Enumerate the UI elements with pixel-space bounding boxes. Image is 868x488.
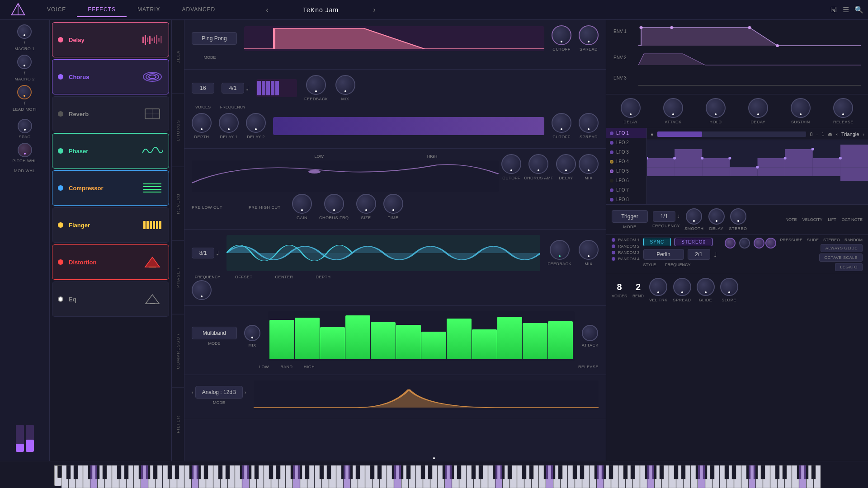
slope-ctrl-knob[interactable] <box>720 278 738 296</box>
lfo-4-item[interactable]: LFO 4 <box>606 157 646 166</box>
velocity-fader-2[interactable] <box>26 425 34 452</box>
lfo-prev-wave[interactable]: ‹ <box>836 131 838 137</box>
lfo-3-item[interactable]: LFO 3 <box>606 147 646 157</box>
lfo-wave-icon[interactable]: ⏏ <box>828 131 832 137</box>
octave-scale-btn[interactable]: OCTAVE SCALE <box>819 253 863 262</box>
random-1-item[interactable]: RANDOM 1 <box>612 238 640 242</box>
lfo-2-item[interactable]: LFO 2 <box>606 138 646 147</box>
random-2-item[interactable]: RANDOM 2 <box>612 244 640 249</box>
chorus-delay2-knob[interactable] <box>246 113 266 133</box>
effect-icon-eq <box>142 291 163 307</box>
effect-item-delay[interactable]: Delay <box>52 22 169 57</box>
spread-ctrl-knob[interactable] <box>673 278 691 296</box>
random-stereo-btn[interactable]: STEREO0 <box>675 238 712 246</box>
effect-item-chorus[interactable]: Chorus <box>52 59 169 94</box>
env-release-knob[interactable] <box>833 98 853 118</box>
filter-arrow-right[interactable]: › <box>245 389 246 395</box>
effect-item-phaser[interactable]: Phaser <box>52 133 169 169</box>
random-knob-1[interactable] <box>725 238 736 249</box>
effect-item-distortion[interactable]: Distortion <box>52 244 169 280</box>
delay-cutoff-knob[interactable] <box>552 25 571 45</box>
lfo-8-item[interactable]: LFO 8 <box>606 195 646 204</box>
env-hold-knob[interactable] <box>706 98 726 118</box>
tab-matrix[interactable]: MATRIX <box>127 3 171 17</box>
phaser-frequency-btn[interactable]: 8/1 <box>192 248 214 258</box>
reverb-chorus-amt-knob[interactable] <box>528 154 548 174</box>
lfo-5-item[interactable]: LFO 5 <box>606 166 646 176</box>
reverb-mix-knob[interactable] <box>579 154 599 174</box>
phaser-feedback-knob[interactable] <box>550 240 570 260</box>
lfo-record-icon[interactable]: ● <box>651 131 654 137</box>
reverb-time-knob[interactable] <box>383 194 403 214</box>
legato-btn[interactable]: LEGATO <box>835 263 863 271</box>
search-icon[interactable]: 🔍 <box>854 5 863 14</box>
filter-mode-dropdown[interactable]: Analog : 12dB <box>195 386 243 399</box>
always-glide-btn[interactable]: ALWAYS GLIDE <box>821 244 863 252</box>
lfo-7-item[interactable]: LFO 7 <box>606 185 646 195</box>
tab-advanced[interactable]: ADVANCED <box>171 3 226 17</box>
effect-item-reverb[interactable]: Reverb <box>52 96 169 131</box>
vel-trk-knob[interactable] <box>649 278 667 296</box>
comp-attack-knob[interactable] <box>582 325 598 341</box>
env-sustain-knob[interactable] <box>791 98 811 118</box>
env-decay-knob[interactable] <box>748 98 768 118</box>
tab-effects[interactable]: EFFECTS <box>77 3 127 17</box>
chorus-cutoff-knob[interactable] <box>552 113 571 133</box>
glide-ctrl-knob[interactable] <box>697 278 715 296</box>
phaser-mix-knob[interactable] <box>579 240 599 260</box>
chorus-frequency-btn[interactable]: 4/1 <box>222 83 244 94</box>
phaser-offset-knob[interactable] <box>192 280 212 300</box>
delay-spread-knob[interactable] <box>579 25 599 45</box>
lfo-1-item[interactable]: LFO 1 <box>606 128 646 138</box>
macro-leadmoti-knob[interactable] <box>17 85 32 99</box>
effect-item-compressor[interactable]: Compressor <box>52 170 169 206</box>
lfo-delay-knob[interactable] <box>708 208 725 225</box>
preset-next[interactable]: › <box>370 4 379 16</box>
reverb-chorus-frq-knob[interactable] <box>324 194 344 214</box>
chorus-mix-knob[interactable] <box>335 75 355 95</box>
lfo-smooth-knob[interactable] <box>686 208 702 225</box>
chorus-feedback-knob[interactable] <box>306 75 326 95</box>
reverb-delay-knob[interactable] <box>556 154 576 174</box>
tab-voice[interactable]: VOICE <box>36 3 77 17</box>
random-frequency-btn[interactable]: 2/1 <box>688 249 710 260</box>
lfo-next-wave[interactable]: › <box>863 131 864 137</box>
env-delay-knob[interactable] <box>621 98 641 118</box>
reverb-cutoff-knob[interactable] <box>501 154 521 174</box>
random-knob-3a[interactable] <box>754 238 764 249</box>
velocity-fader-1[interactable] <box>16 425 24 452</box>
chorus-spread-knob[interactable] <box>579 113 599 133</box>
effect-item-eq[interactable]: Eq <box>52 282 169 317</box>
svg-point-39 <box>670 26 673 29</box>
lfo-6-item[interactable]: LFO 6 <box>606 176 646 185</box>
macro-pitchwhl-knob[interactable] <box>18 143 32 157</box>
env-attack-knob[interactable] <box>663 98 683 118</box>
random-knob-2[interactable] <box>739 238 750 249</box>
reverb-gain-knob[interactable] <box>292 194 312 214</box>
macro-2-knob[interactable] <box>17 55 32 69</box>
comp-mode-dropdown[interactable]: Multiband <box>192 327 237 339</box>
menu-icon[interactable]: ☰ <box>843 5 849 14</box>
save-icon[interactable]: 🖫 <box>830 6 837 14</box>
chorus-depth-knob[interactable] <box>192 113 212 133</box>
filter-arrow-left[interactable]: ‹ <box>192 389 193 395</box>
random-style-display[interactable]: Perlin <box>643 249 684 260</box>
random-sync-btn[interactable]: SYNC <box>643 238 671 246</box>
effect-item-flanger[interactable]: Flanger <box>52 207 169 243</box>
random-3-item[interactable]: RANDOM 3 <box>612 250 640 255</box>
random-knob-3b[interactable] <box>765 238 776 249</box>
delay-mode-dropdown[interactable]: Ping Pong <box>192 32 237 45</box>
phaser-knobs-row <box>192 280 599 300</box>
macro-1-knob[interactable] <box>17 24 32 39</box>
macro-spac-knob[interactable] <box>18 119 32 133</box>
lfo-stereo-knob[interactable] <box>730 208 746 225</box>
preset-prev[interactable]: ‹ <box>262 4 272 16</box>
chorus-delay1-knob[interactable] <box>219 113 239 133</box>
chorus-voices-btn[interactable]: 16 <box>192 83 214 94</box>
lfo-mode-dropdown[interactable]: Trigger <box>612 210 648 223</box>
lfo-freq-btn[interactable]: 1/1 <box>653 211 675 222</box>
piano-key-black[interactable] <box>57 465 62 478</box>
reverb-size-knob[interactable] <box>356 194 376 214</box>
comp-mix-knob[interactable] <box>244 325 260 341</box>
random-4-item[interactable]: RANDOM 4 <box>612 257 640 261</box>
